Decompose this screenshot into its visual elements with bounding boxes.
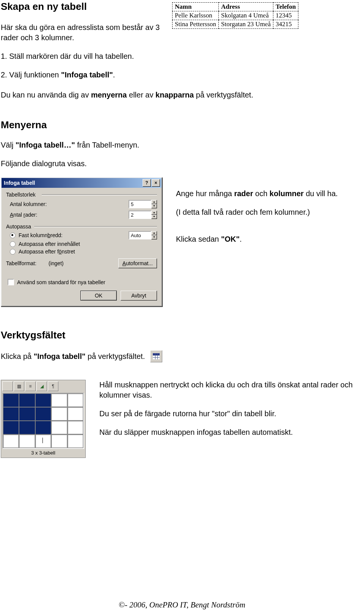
group-autofit: Autopassa xyxy=(6,223,33,230)
section-menus: Menyerna xyxy=(1,119,361,131)
side-instruction-rows-cols: Ange hur många rader och kolumner du vil… xyxy=(176,189,361,199)
example-header-phone: Telefon xyxy=(273,3,298,11)
page-footer: ©- 2006, OnePRO IT, Bengt Nordström xyxy=(0,600,364,610)
step-2: 2. Välj funktionen "Infoga tabell". xyxy=(1,70,167,80)
rows-spinner[interactable]: ▲▼ xyxy=(151,211,157,219)
grid-status-label: 3 x 3-tabell xyxy=(2,449,84,456)
table-row: Pelle Karlsson Skolgatan 4 Umeå 12345 xyxy=(173,11,298,20)
radio-autofit-window[interactable] xyxy=(10,249,16,255)
fixed-width-spinner[interactable]: ▲▼ xyxy=(151,231,157,239)
step-1: 1. Ställ markören där du vill ha tabelle… xyxy=(1,51,167,61)
drag-instruction-3: När du släpper musknappen infogas tabell… xyxy=(99,427,361,437)
table-size-grid[interactable] xyxy=(2,393,84,449)
table-picker-popup: ▦ ≡ ◢ ¶ 3 x 3-tabell xyxy=(1,380,86,458)
cancel-button[interactable]: Avbryt xyxy=(121,291,157,300)
menus-dialog-shown: Följande dialogruta visas. xyxy=(1,159,361,169)
toolbar-btn-table-icon[interactable] xyxy=(2,381,13,391)
radio-fixed-width-label: Fast kolumnbredd: xyxy=(19,232,63,238)
radio-fixed-width[interactable] xyxy=(10,233,16,238)
example-header-name: Namn xyxy=(173,3,219,11)
toolbar-instruction: Klicka på "Infoga tabell" på verktygsfäl… xyxy=(1,351,145,362)
insert-table-icon[interactable] xyxy=(150,350,162,362)
insert-table-dialog: Infoga tabell ? × Tabellstorlek Antal ko… xyxy=(1,177,162,307)
page-title: Skapa en ny tabell xyxy=(1,0,167,13)
section-toolbar: Verktygsfältet xyxy=(1,329,361,341)
description-menus-or-buttons: Du kan nu använda dig av menyerna eller … xyxy=(1,90,361,100)
close-button[interactable]: × xyxy=(152,179,160,187)
help-button[interactable]: ? xyxy=(143,179,151,187)
drag-instruction-1: Håll musknappen nertryckt och klicka du … xyxy=(99,380,361,400)
rows-input[interactable] xyxy=(129,211,151,219)
radio-autofit-content[interactable] xyxy=(10,241,16,247)
group-table-size: Tabellstorlek xyxy=(6,192,40,198)
toolbar-btn-4[interactable]: ◢ xyxy=(36,381,47,391)
side-note: (I detta fall två rader och fem kolumner… xyxy=(176,207,361,217)
ok-button[interactable]: OK xyxy=(80,291,117,300)
autoformat-button[interactable]: Autoformat... xyxy=(118,258,157,268)
default-checkbox-label: Använd som standard för nya tabeller xyxy=(17,279,105,285)
dialog-titlebar: Infoga tabell ? × xyxy=(2,178,162,188)
toolbar-btn-3[interactable]: ≡ xyxy=(25,381,36,391)
example-header-address: Adress xyxy=(219,3,273,11)
intro-text: Här ska du göra en adresslista som bestå… xyxy=(1,22,167,43)
default-checkbox[interactable] xyxy=(8,279,14,285)
fixed-width-input[interactable] xyxy=(129,231,151,239)
table-format-value: (inget) xyxy=(49,260,118,266)
radio-autofit-content-label: Autopassa efter innehållet xyxy=(19,241,80,247)
toolbar-btn-2[interactable]: ▦ xyxy=(14,381,24,391)
rows-label: Antal rader: xyxy=(6,212,129,218)
columns-spinner[interactable]: ▲▼ xyxy=(151,200,157,208)
radio-autofit-window-label: Autopassa efter fönstret xyxy=(19,249,75,255)
menus-instruction: Välj "Infoga tabell…" från Tabell-menyn. xyxy=(1,140,361,150)
dialog-title-text: Infoga tabell xyxy=(4,180,35,186)
side-click-ok: Klicka sedan "OK". xyxy=(176,234,361,244)
drag-instruction-2: Du ser på de färgade rutorna hur "stor" … xyxy=(99,409,361,419)
table-format-label: Tabellformat: xyxy=(6,260,49,266)
table-row: Stina Pettersson Storgatan 23 Umeå 34215 xyxy=(173,20,298,29)
columns-label: Antal kolumner: xyxy=(6,201,129,207)
toolbar-btn-5[interactable]: ¶ xyxy=(48,381,58,391)
example-address-table: Namn Adress Telefon Pelle Karlsson Skolg… xyxy=(172,2,298,29)
columns-input[interactable] xyxy=(129,200,151,208)
